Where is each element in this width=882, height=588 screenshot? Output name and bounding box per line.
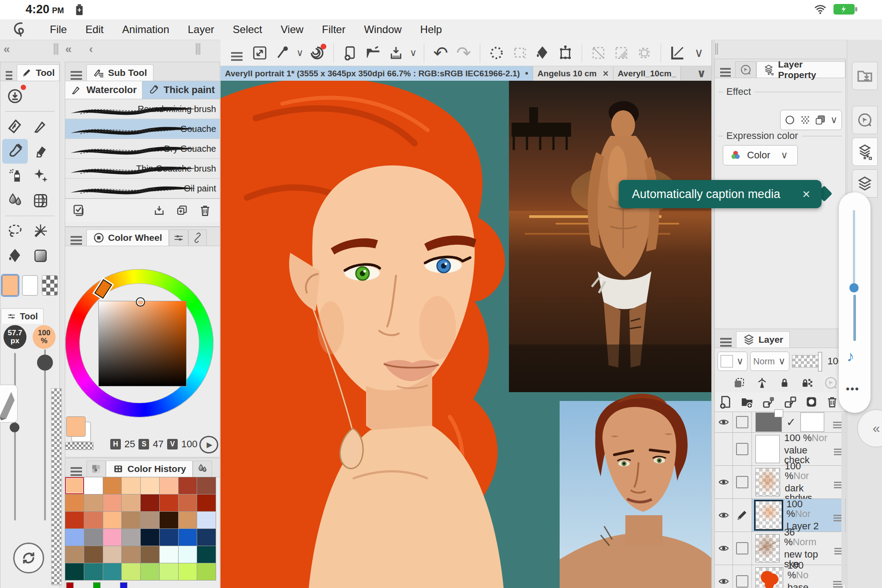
layer-row[interactable]: 100 %Nor Layer 2 bbox=[715, 499, 845, 532]
layer-property-menu-icon[interactable] bbox=[720, 68, 731, 70]
toolbar-open-button[interactable] bbox=[363, 43, 383, 63]
brush-size-badge[interactable]: 57.7 px bbox=[4, 325, 26, 349]
color-swatch[interactable] bbox=[65, 563, 84, 581]
toast-close-icon[interactable]: × bbox=[802, 187, 810, 202]
toolbar-fill-selection-button[interactable] bbox=[611, 43, 632, 63]
tab-color-history[interactable]: Color History bbox=[106, 461, 193, 477]
lock-transparent-pixels-icon[interactable] bbox=[800, 376, 814, 390]
color-swatch[interactable] bbox=[140, 494, 160, 512]
blend-mode-dropdown[interactable]: Norm ∨ bbox=[750, 352, 789, 371]
layer-checkbox[interactable] bbox=[736, 416, 748, 428]
border-effect-icon[interactable] bbox=[784, 114, 796, 126]
toolbar-new-file-button[interactable] bbox=[340, 43, 360, 63]
tool-download-subtool[interactable] bbox=[2, 84, 28, 109]
layer-color-dropdown[interactable]: ∨ bbox=[718, 352, 747, 371]
panel-drag-grip[interactable] bbox=[54, 43, 55, 55]
visibility-cell[interactable] bbox=[715, 499, 733, 532]
color-mode-toggle-icon[interactable]: ▶ bbox=[199, 436, 218, 453]
color-swatch[interactable] bbox=[197, 563, 216, 581]
color-swatch[interactable] bbox=[197, 528, 216, 546]
color-swatch[interactable] bbox=[197, 494, 216, 512]
panel-drag-grip-2[interactable] bbox=[196, 43, 197, 55]
menu-item[interactable]: View bbox=[272, 22, 313, 37]
color-swatch[interactable] bbox=[121, 494, 141, 512]
color-swatch[interactable] bbox=[103, 528, 122, 546]
toolbar-transform-button[interactable] bbox=[555, 43, 576, 63]
layer-row-partial[interactable]: ✓ bbox=[715, 412, 845, 433]
rgb-chip[interactable] bbox=[93, 582, 101, 588]
select-cell[interactable] bbox=[733, 499, 752, 532]
tab-color-link[interactable] bbox=[188, 229, 207, 246]
color-history-menu-icon[interactable] bbox=[71, 467, 82, 469]
document-tab-angelus[interactable]: Angelus 10 cm × bbox=[533, 66, 613, 81]
color-swatch[interactable] bbox=[103, 494, 122, 512]
expression-color-dropdown[interactable]: Color ∨ bbox=[723, 145, 798, 165]
color-swatch[interactable] bbox=[65, 546, 84, 563]
menu-item[interactable]: File bbox=[41, 22, 76, 37]
color-swatch[interactable] bbox=[65, 511, 84, 529]
tool-lasso[interactable] bbox=[2, 219, 28, 243]
color-swatch[interactable] bbox=[103, 563, 122, 581]
color-swatch[interactable] bbox=[159, 511, 179, 529]
document-tab-averyll10[interactable]: Averyll_10cm_ bbox=[613, 66, 681, 81]
tool-auto-select[interactable] bbox=[28, 219, 53, 243]
saturation-value-square[interactable] bbox=[98, 301, 187, 386]
transfer-layer-icon[interactable] bbox=[762, 395, 776, 409]
toolbar-fit-screen-button[interactable] bbox=[250, 43, 270, 63]
brush-item[interactable]: Round mixing brush bbox=[65, 99, 220, 119]
toolbar-undo-button[interactable]: ↶ bbox=[430, 43, 451, 63]
toolbar-menu-button[interactable] bbox=[227, 43, 247, 63]
brush-opacity-badge[interactable]: 100 % bbox=[33, 325, 56, 349]
eyedropper-expand-icon[interactable]: ∨ bbox=[296, 47, 303, 59]
main-color-swatch[interactable] bbox=[2, 275, 18, 296]
visibility-cell[interactable] bbox=[715, 466, 733, 498]
layer-mask-icon[interactable] bbox=[805, 395, 818, 408]
color-wheel-menu-icon[interactable] bbox=[71, 236, 82, 238]
document-tab-active[interactable]: Averyll portrait 1* (3555 x 3645px 350dp… bbox=[220, 66, 533, 81]
visibility-cell[interactable] bbox=[715, 433, 733, 465]
tool-pen[interactable] bbox=[28, 114, 53, 139]
tool-brush[interactable] bbox=[2, 139, 28, 164]
color-swatch[interactable] bbox=[159, 563, 179, 581]
brush-item[interactable]: Oil paint bbox=[65, 179, 220, 198]
layer-row-main[interactable]: 100 %Nor dark shdws bbox=[752, 466, 845, 498]
color-swatch[interactable] bbox=[197, 477, 216, 494]
layer-opacity-slider[interactable] bbox=[792, 355, 821, 367]
layer-scrollbar[interactable] bbox=[841, 413, 845, 585]
brush-size-slider-knob[interactable] bbox=[10, 423, 19, 432]
toolbar-eyedropper-button[interactable] bbox=[273, 43, 293, 63]
dock-material-download[interactable] bbox=[852, 62, 878, 90]
layer-row-main[interactable]: 100 %No base hair bbox=[752, 565, 845, 588]
layer-row[interactable]: 36 %Norm new top ske bbox=[715, 532, 845, 565]
color-swatch[interactable] bbox=[197, 511, 216, 529]
color-swatch[interactable] bbox=[103, 546, 122, 563]
collapse-panel-icon[interactable]: ‹ bbox=[89, 42, 93, 56]
select-cell[interactable] bbox=[733, 412, 752, 432]
tool-fill[interactable] bbox=[2, 243, 28, 268]
tool-gradient[interactable] bbox=[28, 243, 53, 268]
dock-layer-property[interactable] bbox=[852, 138, 878, 166]
toolbar-redo-button[interactable]: ↷ bbox=[453, 43, 474, 63]
tab-layer[interactable]: Layer bbox=[736, 331, 790, 348]
color-swatch[interactable] bbox=[103, 511, 122, 529]
reference-layer-icon[interactable] bbox=[755, 376, 769, 390]
color-swatch[interactable] bbox=[103, 477, 122, 494]
menu-item[interactable]: Help bbox=[411, 22, 451, 37]
layer-row[interactable]: 100 %Nor dark shdws bbox=[715, 466, 845, 499]
toolbar-deselect-button[interactable] bbox=[486, 43, 507, 63]
layer-checkbox[interactable] bbox=[736, 575, 748, 588]
tab-list-dropdown[interactable]: ∨ bbox=[681, 66, 711, 81]
tab-sub-tool[interactable]: Sub Tool bbox=[86, 64, 153, 81]
group-tab-watercolor[interactable]: Watercolor bbox=[65, 81, 142, 99]
toolbar-reselect-button[interactable] bbox=[509, 43, 530, 63]
color-swatch[interactable] bbox=[121, 477, 141, 494]
color-swatch[interactable] bbox=[140, 546, 160, 563]
new-folder-icon[interactable] bbox=[740, 395, 754, 409]
rgb-chip[interactable] bbox=[66, 582, 74, 588]
color-swatch[interactable] bbox=[159, 528, 179, 546]
visibility-cell[interactable] bbox=[715, 565, 733, 588]
toolbar-fill-button[interactable] bbox=[532, 43, 553, 63]
close-tab-icon[interactable]: × bbox=[603, 68, 609, 79]
layer-row[interactable]: 100 %No base hair bbox=[715, 565, 845, 588]
menu-item[interactable]: Window bbox=[355, 22, 411, 37]
